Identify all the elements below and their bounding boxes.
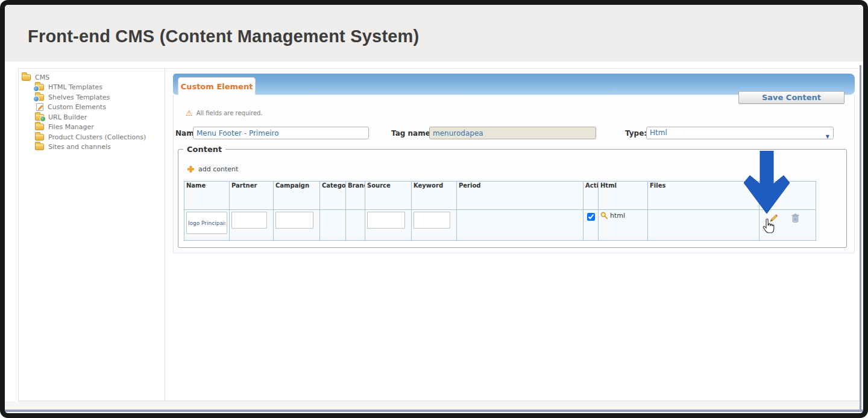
type-select-value: Html (650, 128, 667, 137)
sidebar-item-label: HTML Templates (48, 83, 102, 91)
col-header-keyword: Keyword (412, 182, 457, 210)
col-header-campaign: Campaign (274, 182, 320, 210)
col-header-partner: Partner (230, 182, 274, 210)
col-header-actions (760, 182, 816, 210)
magnifier-icon (600, 212, 608, 220)
content-legend: Content (183, 145, 225, 154)
type-select[interactable]: Html ▼ (646, 127, 834, 139)
bottom-strip (5, 401, 863, 410)
folder-icon (35, 134, 44, 141)
sidebar-item-custom-elements[interactable]: Custom Elements (35, 103, 146, 113)
warning-icon: ⚠ (186, 109, 193, 117)
sidebar-item-label: Shelves Templates (48, 93, 110, 101)
row-source-input[interactable] (367, 212, 405, 229)
folder-template-icon (35, 84, 44, 90)
sidebar-item-sites-and-channels[interactable]: Sites and channels (35, 142, 146, 153)
sidebar-item-url-builder[interactable]: URL Builder (35, 112, 146, 122)
folder-icon (35, 144, 44, 150)
bottom-edge-line (5, 410, 863, 412)
row-files-cell (648, 210, 760, 241)
sidebar-item-shelves-templates[interactable]: Shelves Templates (35, 92, 146, 103)
html-link-label: html (610, 212, 625, 220)
table-row: html (184, 210, 816, 241)
tree-root-label: CMS (35, 74, 49, 81)
required-note-text: All fields are required. (197, 110, 263, 116)
tagname-label: Tag name: (391, 129, 433, 138)
col-header-files: Files (648, 182, 760, 210)
sidebar-item-label: Files Manager (48, 123, 94, 131)
sidebar-tree: CMS HTML Templates Shelves Templates Cus… (22, 72, 146, 152)
sidebar-item-files-manager[interactable]: Files Manager (35, 122, 146, 133)
add-content-link[interactable]: add content (187, 165, 238, 173)
sidebar-item-label: Product Clusters (Collections) (48, 133, 146, 141)
edit-page-icon (36, 103, 43, 111)
add-content-label: add content (198, 165, 238, 173)
content-table: Name Partner Campaign Category Brand Sou… (184, 181, 816, 241)
folder-template-icon (35, 94, 44, 101)
tagname-input[interactable] (429, 127, 596, 139)
header-band: Front-end CMS (Content Management System… (5, 5, 863, 62)
right-edge-line (860, 65, 861, 411)
sidebar-item-label: Custom Elements (48, 103, 106, 111)
sidebar-divider (165, 68, 165, 401)
row-keyword-input[interactable] (414, 212, 450, 229)
col-header-active: Active (583, 182, 599, 210)
html-preview-link[interactable]: html (600, 212, 646, 220)
sidebar-item-html-templates[interactable]: HTML Templates (35, 83, 146, 93)
tab-custom-element[interactable]: Custom Element (178, 77, 256, 95)
row-period-cell (457, 210, 583, 241)
sidebar-item-product-clusters[interactable]: Product Clusters (Collections) (35, 132, 146, 142)
col-header-category: Category (320, 182, 346, 210)
col-header-brand: Brand (346, 182, 365, 210)
sidebar-item-label: URL Builder (48, 113, 87, 121)
edit-pencil-icon[interactable] (769, 214, 778, 226)
row-campaign-input[interactable] (275, 212, 313, 229)
row-active-checkbox[interactable] (587, 213, 595, 221)
col-header-source: Source (365, 182, 412, 210)
page-title: Front-end CMS (Content Management System… (28, 27, 419, 46)
tree-root-cms[interactable]: CMS (22, 72, 146, 83)
folder-link-icon (35, 114, 44, 121)
save-content-button[interactable]: Save Content (738, 91, 844, 104)
required-note: ⚠ All fields are required. (186, 109, 263, 117)
name-input[interactable] (193, 127, 369, 139)
chevron-down-icon: ▼ (826, 131, 829, 142)
folder-icon (35, 124, 44, 130)
row-brand-cell (346, 210, 365, 241)
delete-trash-icon[interactable] (791, 214, 799, 226)
col-header-name: Name (184, 182, 230, 210)
row-partner-input[interactable] (231, 212, 267, 229)
row-name-input[interactable] (186, 212, 227, 234)
table-header-row: Name Partner Campaign Category Brand Sou… (184, 182, 816, 210)
add-icon (187, 165, 195, 173)
col-header-period: Period (457, 182, 583, 210)
app-window: Front-end CMS (Content Management System… (0, 0, 868, 418)
type-label: Type: (625, 129, 647, 138)
col-header-html: Html (599, 182, 648, 210)
sidebar-item-label: Sites and channels (48, 143, 111, 151)
row-category-cell (320, 210, 346, 241)
open-folder-icon (22, 74, 31, 81)
